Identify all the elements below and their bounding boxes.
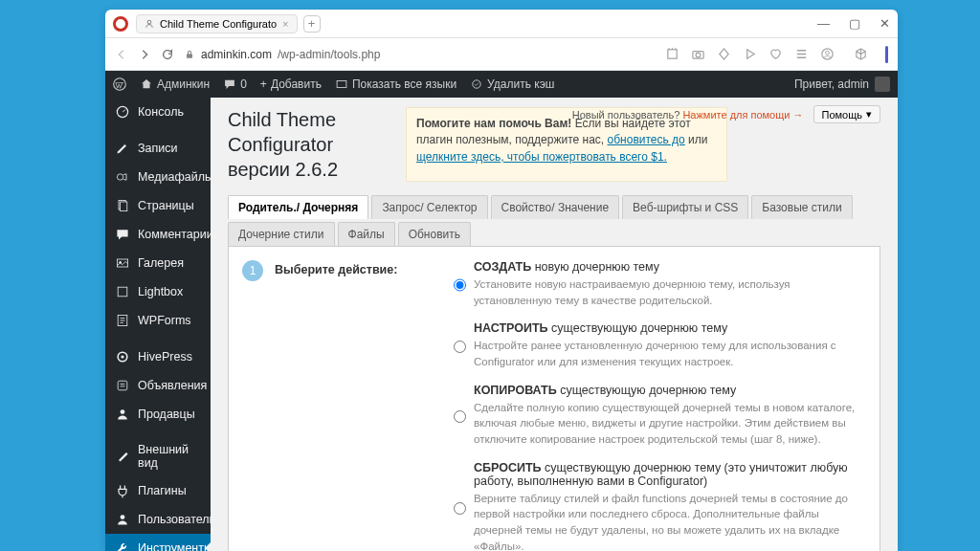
accent-bar: [885, 46, 888, 63]
cube-icon[interactable]: [854, 47, 868, 61]
svg-rect-17: [118, 287, 127, 297]
upgrade-link[interactable]: обновитесь до: [608, 133, 685, 146]
svg-rect-21: [118, 381, 127, 390]
menu-pages[interactable]: Страницы: [105, 191, 211, 220]
svg-rect-2: [187, 54, 192, 58]
comments-link[interactable]: 0: [223, 77, 247, 91]
show-langs-link[interactable]: Показать все языки: [335, 77, 457, 91]
svg-point-10: [473, 80, 480, 88]
menu-posts[interactable]: Записи: [105, 134, 211, 163]
avatar: [875, 77, 890, 92]
tab-child[interactable]: Дочерние стили: [228, 222, 335, 246]
opera-logo: [113, 16, 128, 32]
new-user-hint: Новый пользователь? Нажмите для помощи →: [572, 109, 804, 121]
tab-property[interactable]: Свойство/ Значение: [491, 195, 620, 219]
svg-point-5: [696, 53, 701, 57]
url-domain: adminkin.com: [201, 48, 272, 61]
svg-rect-3: [668, 50, 677, 58]
tab-webfonts[interactable]: Веб-шрифты и CSS: [622, 195, 748, 219]
menu-dashboard[interactable]: Консоль: [105, 98, 211, 126]
browser-tab[interactable]: Child Theme Configurato ×: [136, 14, 298, 33]
menu-icon[interactable]: [794, 47, 809, 61]
menu-hivepress[interactable]: HivePress: [105, 342, 211, 371]
radio-copy[interactable]: [454, 386, 466, 448]
menu-gallery[interactable]: Галерея: [105, 249, 211, 277]
donate-link[interactable]: щелкните здесь, чтобы пожертвовать всего…: [416, 150, 667, 164]
maximize-button[interactable]: ▢: [849, 16, 860, 31]
menu-media[interactable]: Медиафайлы: [105, 163, 211, 191]
menu-comments[interactable]: Комментарии: [105, 220, 211, 249]
address-bar[interactable]: adminkin.com/wp-admin/tools.php: [184, 48, 656, 61]
camera-icon[interactable]: [691, 47, 705, 61]
user-greeting[interactable]: Привет, admin: [794, 77, 890, 92]
svg-point-0: [147, 20, 151, 24]
tab-title: Child Theme Configurato: [160, 18, 277, 30]
help-link[interactable]: Нажмите для помощи: [682, 109, 790, 121]
page-title: Child Theme Configurator версии 2.6.2: [228, 107, 390, 182]
diamond-icon[interactable]: [717, 47, 731, 61]
menu-tools[interactable]: Инструменты: [105, 534, 211, 551]
minimize-button[interactable]: —: [817, 16, 830, 31]
step-1-label: Выберите действие:: [275, 260, 442, 551]
tab-files[interactable]: Файлы: [338, 222, 395, 246]
menu-vendors[interactable]: Продавцы: [105, 400, 211, 429]
tab-query[interactable]: Запрос/ Селектор: [371, 195, 487, 219]
share-icon[interactable]: [665, 47, 679, 61]
clear-cache-link[interactable]: Удалить кэш: [470, 77, 554, 91]
wp-logo[interactable]: [113, 77, 126, 91]
nav-back-icon[interactable]: [115, 48, 128, 61]
radio-configure[interactable]: [454, 323, 466, 369]
svg-point-23: [121, 515, 125, 519]
site-link[interactable]: Админкин: [140, 77, 210, 91]
step-1-badge: 1: [242, 260, 263, 281]
nav-forward-icon[interactable]: [138, 48, 151, 61]
lock-icon: [184, 49, 195, 60]
close-button[interactable]: ✕: [880, 16, 890, 31]
menu-appearance[interactable]: Внешний вид: [105, 436, 211, 476]
menu-users[interactable]: Пользователи: [105, 505, 211, 534]
heart-icon[interactable]: [768, 47, 783, 61]
add-new-link[interactable]: +Добавить: [260, 77, 322, 91]
svg-point-12: [117, 174, 122, 180]
tab-upgrade[interactable]: Обновить: [398, 222, 471, 246]
menu-wpforms[interactable]: WPForms: [105, 306, 211, 335]
url-path: /wp-admin/tools.php: [278, 48, 380, 61]
tab-base[interactable]: Базовые стили: [751, 195, 852, 219]
tab-parent-child[interactable]: Родитель./ Дочерняя: [228, 195, 368, 219]
svg-point-7: [826, 51, 830, 55]
svg-rect-15: [117, 259, 127, 267]
profile-icon[interactable]: [820, 47, 835, 61]
svg-point-8: [114, 78, 126, 91]
close-tab-icon[interactable]: ×: [282, 18, 288, 30]
help-button[interactable]: Помощь ▾: [813, 105, 881, 123]
radio-create[interactable]: [454, 262, 466, 308]
svg-point-22: [121, 409, 125, 414]
play-icon[interactable]: [743, 47, 757, 61]
menu-listings[interactable]: Объявления: [105, 371, 211, 400]
svg-rect-14: [121, 202, 127, 211]
new-tab-button[interactable]: +: [303, 15, 321, 33]
svg-point-20: [121, 355, 123, 358]
menu-lightbox[interactable]: Lightbox: [105, 277, 211, 306]
radio-reset[interactable]: [454, 463, 466, 551]
person-icon: [145, 19, 154, 29]
svg-rect-9: [337, 81, 346, 88]
reload-icon[interactable]: [161, 48, 174, 61]
menu-plugins[interactable]: Плагины: [105, 476, 211, 505]
